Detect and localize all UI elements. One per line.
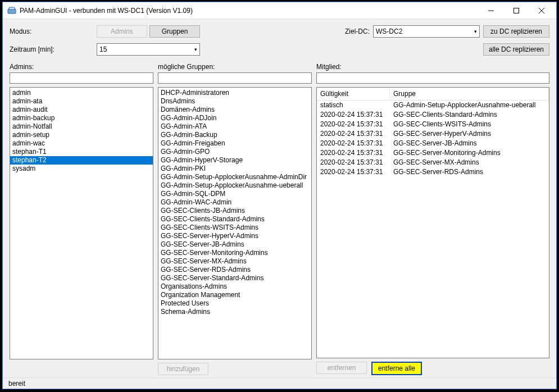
list-item[interactable]: admin-setup (10, 131, 153, 139)
close-button[interactable] (529, 3, 554, 19)
zeitraum-label: Zeitraum [min]: (10, 45, 97, 53)
replicate-to-dc-button[interactable]: zu DC replizieren (483, 25, 549, 38)
admins-listbox[interactable]: adminadmin-ataadmin-auditadmin-backupadm… (10, 87, 153, 359)
minimize-button[interactable] (478, 3, 503, 19)
table-row[interactable]: 2020-02-24 15:37:31GG-SEC-Clients-WSITS-… (317, 120, 549, 129)
panel-labels: Admins: mögliche Gruppen: Mitglied: (10, 63, 549, 71)
cell-gruppe: GG-SEC-Server-HyperV-Admins (390, 129, 549, 139)
add-button[interactable]: hinzufügen (158, 363, 208, 375)
chevron-down-icon: ▾ (194, 47, 197, 52)
replicate-all-dc-button[interactable]: alle DC replizieren (483, 43, 549, 56)
list-item[interactable]: GG-Admin-ATA (158, 122, 311, 131)
list-item[interactable]: GG-SEC-Server-Monitoring-Admins (158, 249, 311, 257)
cell-gruppe: GG-SEC-Server-RDS-Admins (390, 167, 549, 177)
svg-rect-3 (513, 8, 519, 13)
list-item[interactable]: GG-SEC-Server-HyperV-Admins (158, 232, 311, 240)
cell-gruppe: GG-SEC-Clients-Standard-Admins (390, 110, 549, 120)
groups-panel-label: mögliche Gruppen: (158, 63, 316, 71)
cell-gueltigkeit: statisch (317, 101, 390, 110)
content-area: Modus: Admins Gruppen Ziel-DC: WS-DC2 ▾ … (3, 19, 556, 377)
cell-gruppe: GG-SEC-Clients-WSITS-Admins (390, 120, 549, 129)
table-row[interactable]: 2020-02-24 15:37:31GG-SEC-Server-MX-Admi… (317, 158, 549, 167)
zeitraum-combo[interactable]: 15 ▾ (97, 43, 200, 56)
app-icon (7, 6, 16, 15)
cell-gueltigkeit: 2020-02-24 15:37:31 (317, 120, 390, 129)
list-item[interactable]: DnsAdmins (158, 97, 311, 106)
list-item[interactable]: Organisations-Admins (158, 282, 311, 291)
ziel-dc-value: WS-DC2 (376, 28, 402, 35)
chevron-down-icon: ▾ (474, 29, 477, 34)
list-item[interactable]: admin-wac (10, 139, 153, 148)
list-item[interactable]: Organization Management (158, 291, 311, 299)
status-text: bereit (8, 380, 25, 388)
cell-gruppe: GG-SEC-Server-JB-Admins (390, 139, 549, 148)
list-item[interactable]: GG-Admin-HyperV-Storage (158, 156, 311, 165)
cell-gueltigkeit: 2020-02-24 15:37:31 (317, 110, 390, 120)
top-row-2: Zeitraum [min]: 15 ▾ alle DC replizieren (10, 43, 549, 56)
titlebar: PAM-AdminGUI - verbunden mit WS-DC1 (Ver… (3, 2, 556, 19)
list-item[interactable]: GG-Admin-Setup-ApplockerAusnahme-ueberal… (158, 181, 311, 190)
list-item[interactable]: GG-SEC-Server-RDS-Admins (158, 266, 311, 274)
app-window: PAM-AdminGUI - verbunden mit WS-DC1 (Ver… (2, 2, 557, 389)
list-item[interactable]: admin (10, 89, 153, 97)
window-title: PAM-AdminGUI - verbunden mit WS-DC1 (Ver… (20, 7, 478, 15)
cell-gueltigkeit: 2020-02-24 15:37:31 (317, 129, 390, 139)
member-grid-header: Gültigkeit Gruppe (317, 88, 549, 101)
cell-gruppe: GG-SEC-Server-Monitoring-Admins (390, 148, 549, 158)
ziel-dc-combo[interactable]: WS-DC2 ▾ (373, 25, 480, 38)
list-item[interactable]: GG-SEC-Clients-JB-Admins (158, 207, 311, 215)
list-item[interactable]: stephan-T1 (10, 148, 153, 156)
list-item[interactable]: admin-backup (10, 114, 153, 122)
list-item[interactable]: DHCP-Administratoren (158, 89, 311, 97)
cell-gueltigkeit: 2020-02-24 15:37:31 (317, 158, 390, 167)
remove-all-button[interactable]: entferne alle (371, 362, 422, 375)
list-item[interactable]: sysadm (10, 165, 153, 173)
list-item[interactable]: GG-Admin-PKI (158, 165, 311, 173)
list-item[interactable]: admin-ata (10, 97, 153, 106)
member-panel-label: Mitglied: (316, 63, 549, 71)
list-item[interactable]: GG-SEC-Server-MX-Admins (158, 257, 311, 266)
list-item[interactable]: GG-SEC-Clients-Standard-Admins (158, 215, 311, 224)
cell-gueltigkeit: 2020-02-24 15:37:31 (317, 167, 390, 177)
col-gueltigkeit[interactable]: Gültigkeit (317, 88, 390, 100)
list-item[interactable]: GG-Admin-SQL-DPM (158, 190, 311, 198)
member-filter-input[interactable] (316, 72, 549, 84)
list-item[interactable]: GG-SEC-Clients-WSITS-Admins (158, 224, 311, 232)
table-row[interactable]: 2020-02-24 15:37:31GG-SEC-Clients-Standa… (317, 110, 549, 120)
cell-gruppe: GG-SEC-Server-MX-Admins (390, 158, 549, 167)
list-item[interactable]: Schema-Admins (158, 308, 311, 316)
lists-row: adminadmin-ataadmin-auditadmin-backupadm… (10, 87, 549, 375)
table-row[interactable]: statischGG-Admin-Setup-ApplockerAusnahme… (317, 101, 549, 110)
modus-label: Modus: (10, 28, 97, 35)
list-item[interactable]: Domänen-Admins (158, 106, 311, 114)
member-grid[interactable]: Gültigkeit Gruppe statischGG-Admin-Setup… (316, 87, 549, 358)
remove-button[interactable]: entfernen (316, 362, 367, 374)
mode-groups-button[interactable]: Gruppen (149, 25, 200, 38)
list-item[interactable]: GG-Admin-GPO (158, 148, 311, 156)
maximize-button[interactable] (503, 3, 529, 19)
list-item[interactable]: GG-Admin-ADJoin (158, 114, 311, 122)
list-item[interactable]: admin-audit (10, 106, 153, 114)
mode-admins-button[interactable]: Admins (97, 25, 147, 38)
table-row[interactable]: 2020-02-24 15:37:31GG-SEC-Server-HyperV-… (317, 129, 549, 139)
cell-gueltigkeit: 2020-02-24 15:37:31 (317, 139, 390, 148)
list-item[interactable]: Protected Users (158, 299, 311, 308)
list-item[interactable]: GG-Admin-Setup-ApplockerAusnahme-AdminDi… (158, 173, 311, 181)
list-item[interactable]: GG-SEC-Server-JB-Admins (158, 240, 311, 249)
table-row[interactable]: 2020-02-24 15:37:31GG-SEC-Server-RDS-Adm… (317, 167, 549, 177)
ziel-dc-label: Ziel-DC: (345, 28, 370, 35)
dc-controls: Ziel-DC: WS-DC2 ▾ zu DC replizieren (345, 25, 549, 38)
list-item[interactable]: GG-Admin-WAC-Admin (158, 198, 311, 207)
list-item[interactable]: admin-Notfall (10, 122, 153, 131)
list-item[interactable]: stephan-T2 (10, 156, 153, 165)
list-item[interactable]: GG-SEC-Server-Standard-Admins (158, 274, 311, 282)
list-item[interactable]: GG-Admin-Freigaben (158, 139, 311, 148)
list-item[interactable]: GG-Admin-Backup (158, 131, 311, 139)
col-gruppe[interactable]: Gruppe (390, 88, 549, 100)
table-row[interactable]: 2020-02-24 15:37:31GG-SEC-Server-JB-Admi… (317, 139, 549, 148)
groups-filter-input[interactable] (158, 72, 312, 84)
groups-listbox[interactable]: DHCP-AdministratorenDnsAdminsDomänen-Adm… (158, 87, 312, 359)
admins-filter-input[interactable] (10, 72, 153, 84)
filter-row (10, 72, 549, 84)
table-row[interactable]: 2020-02-24 15:37:31GG-SEC-Server-Monitor… (317, 148, 549, 158)
